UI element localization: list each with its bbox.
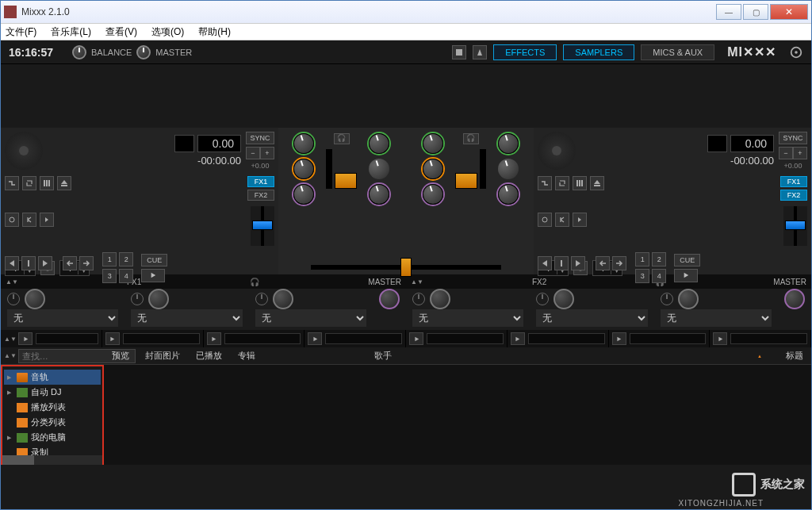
deck1-rate-slider[interactable]	[251, 206, 274, 246]
sampler3-track[interactable]	[224, 333, 301, 344]
col-played[interactable]: 已播放	[188, 350, 230, 362]
sampler8-play-button[interactable]	[713, 332, 727, 345]
deck1-quantize-icon[interactable]	[5, 176, 19, 190]
fx2-slot2-select[interactable]: 无	[536, 309, 647, 327]
deck2-rate-up[interactable]: +	[793, 147, 807, 159]
deck2-hotcue-1[interactable]: 1	[635, 252, 649, 267]
fx1-slot2-knob[interactable]	[148, 289, 169, 309]
deck2-slip-icon[interactable]	[573, 176, 587, 190]
deck2-repeat-icon[interactable]	[555, 176, 569, 190]
master-knob[interactable]	[136, 45, 151, 59]
deck1-marker-icon[interactable]	[21, 256, 36, 270]
deck2-hotcue-3[interactable]: 3	[635, 269, 649, 283]
fx2-slot3-power-icon[interactable]	[661, 293, 673, 305]
deck1-hotcue-1[interactable]: 1	[102, 252, 117, 267]
tree-item-crates[interactable]: 分类列表	[4, 415, 101, 430]
sampler1-track[interactable]	[36, 333, 98, 344]
deck2-vinyl-icon[interactable]	[555, 213, 569, 227]
deck2-hotcue-2[interactable]: 2	[652, 252, 666, 267]
deck2-sync-button[interactable]: SYNC	[779, 132, 807, 144]
tree-item-playlists[interactable]: 播放列表	[4, 400, 101, 415]
menu-options[interactable]: 选项(O)	[151, 25, 184, 39]
library-toggle-icon[interactable]: ▲▼	[4, 352, 17, 359]
fx2-super-knob[interactable]	[784, 289, 805, 309]
fx1-slot3-power-icon[interactable]	[255, 293, 268, 305]
deck2-keylock-icon[interactable]	[538, 213, 552, 227]
ch2-volume-slider[interactable]	[455, 173, 477, 189]
deck2-seek-fwd-icon[interactable]	[571, 256, 585, 270]
sampler4-track[interactable]	[325, 333, 402, 344]
ch1-eq-low-knob[interactable]	[369, 159, 389, 179]
gear-icon[interactable]	[789, 45, 803, 59]
samplers-toggle[interactable]: SAMPLERS	[563, 44, 634, 60]
deck1-bpm[interactable]: 0.00	[197, 135, 241, 152]
deck1-fx2-assign[interactable]: FX2	[247, 190, 274, 201]
deck2-eject-icon[interactable]	[590, 176, 604, 190]
deck1-beatjump-fwd-icon[interactable]	[79, 256, 94, 270]
deck2-rate-slider[interactable]	[783, 206, 807, 246]
deck1-play-button[interactable]	[141, 269, 165, 282]
fx1-slot1-power-icon[interactable]	[7, 293, 20, 305]
deck2-bpm[interactable]: 0.00	[730, 135, 774, 152]
spinny-deck1[interactable]	[5, 132, 43, 170]
fx1-master-assign[interactable]: MASTER	[368, 278, 401, 286]
deck1-sync-button[interactable]: SYNC	[246, 132, 274, 144]
effects-toggle[interactable]: EFFECTS	[493, 44, 557, 60]
ch2-eq-high-knob[interactable]	[423, 159, 443, 179]
deck1-eject-icon[interactable]	[57, 176, 71, 190]
tree-item-tracks[interactable]: ▶ 音轨	[4, 370, 101, 385]
fx2-expand-icon[interactable]: ▲▼	[411, 278, 423, 286]
deck1-beatjump-back-icon[interactable]	[63, 256, 77, 270]
ch1-volume-slider[interactable]	[335, 173, 357, 189]
ch1-gain-knob[interactable]	[293, 133, 314, 154]
deck2-hotcue-4[interactable]: 4	[652, 269, 666, 283]
ch1-quick-fx-knob[interactable]	[369, 184, 389, 205]
fx1-slot3-select[interactable]: 无	[255, 309, 366, 327]
deck2-play-button[interactable]	[674, 269, 698, 282]
minimize-button[interactable]: —	[716, 4, 741, 20]
sampler6-play-button[interactable]	[511, 332, 525, 345]
deck1-repeat-icon[interactable]	[22, 176, 36, 190]
deck1-fx1-assign[interactable]: FX1	[247, 176, 274, 187]
spinny-deck2[interactable]	[538, 132, 576, 170]
deck1-vinyl-icon[interactable]	[22, 213, 36, 227]
sampler2-play-button[interactable]	[105, 332, 120, 345]
sampler7-track[interactable]	[630, 333, 707, 344]
menu-file[interactable]: 文件(F)	[6, 25, 36, 39]
record-toggle-icon[interactable]	[452, 45, 466, 59]
ch2-quick-fx-knob[interactable]	[498, 184, 519, 205]
deck2-quantize-icon[interactable]	[538, 176, 552, 190]
deck2-beatjump-fwd-icon[interactable]	[612, 256, 626, 270]
maximize-button[interactable]: ▢	[743, 4, 768, 20]
deck2-rate-down[interactable]: −	[779, 147, 793, 159]
fx1-slot2-select[interactable]: 无	[131, 309, 242, 327]
sampler8-track[interactable]	[730, 333, 807, 344]
deck1-rate-up[interactable]: +	[260, 147, 274, 159]
deck1-hotcue-2[interactable]: 2	[119, 252, 133, 267]
deck2-beatgrid-icon[interactable]	[573, 213, 587, 227]
sampler5-play-button[interactable]	[409, 332, 423, 345]
ch2-gain-knob[interactable]	[423, 133, 443, 154]
mics-aux-toggle[interactable]: MICS & AUX	[641, 44, 714, 60]
fx1-super-knob[interactable]	[379, 289, 400, 309]
library-table[interactable]	[104, 365, 811, 465]
fx2-slot1-knob[interactable]	[430, 289, 450, 309]
col-cover[interactable]: 封面图片	[137, 350, 188, 362]
deck1-beatgrid-icon[interactable]	[40, 213, 54, 227]
sampler3-play-button[interactable]	[207, 332, 221, 345]
deck1-keylock-icon[interactable]	[5, 213, 19, 227]
deck2-cue-button[interactable]: CUE	[674, 254, 700, 267]
sampler1-play-button[interactable]	[18, 332, 33, 345]
broadcast-icon[interactable]	[473, 45, 487, 59]
ch1-pfl-icon[interactable]: 🎧	[334, 133, 350, 144]
crossfader[interactable]	[311, 265, 501, 270]
menu-help[interactable]: 帮助(H)	[198, 25, 231, 39]
fx1-slot1-select[interactable]: 无	[7, 309, 118, 327]
fx2-slot2-power-icon[interactable]	[536, 293, 549, 305]
sampler1-expand-icon[interactable]: ▲▼	[4, 336, 15, 343]
deck1-hotcue-3[interactable]: 3	[102, 269, 117, 283]
fx2-slot3-knob[interactable]	[678, 289, 699, 309]
deck2-beatjump-back-icon[interactable]	[596, 256, 610, 270]
deck1-rate-down[interactable]: −	[246, 147, 260, 159]
deck2-fx1-assign[interactable]: FX1	[780, 176, 807, 187]
